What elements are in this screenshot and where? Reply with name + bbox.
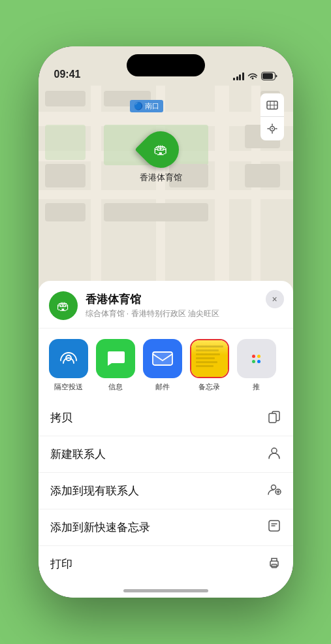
more-circles-icon [237, 339, 276, 378]
stadium-pin-label: 香港体育馆 [140, 172, 182, 184]
svg-rect-9 [269, 413, 276, 423]
map-controls[interactable] [260, 93, 284, 140]
share-item-mail[interactable]: 邮件 [143, 339, 182, 392]
action-add-notes-label: 添加到新快速备忘录 [50, 520, 150, 535]
phone-screen: 09:41 [39, 46, 293, 598]
phone-frame: 09:41 [39, 46, 293, 598]
location-name: 香港体育馆 [86, 292, 283, 307]
location-header: 🏟 香港体育馆 综合体育馆 · 香港特别行政区 油尖旺区 × [39, 281, 293, 329]
mail-svg [151, 349, 174, 368]
more-label: 推 [253, 382, 260, 392]
share-item-more[interactable]: 推 [237, 339, 276, 392]
print-icon [267, 555, 281, 573]
svg-point-11 [271, 485, 276, 490]
action-copy[interactable]: 拷贝 [39, 400, 293, 436]
pin-icon-shape: 🏟 [134, 123, 186, 175]
message-label: 信息 [108, 382, 123, 392]
location-center-icon [266, 123, 278, 135]
action-print-label: 打印 [50, 556, 72, 572]
mail-label: 邮件 [155, 382, 170, 392]
location-venue-icon: 🏟 [49, 291, 78, 320]
notes-icon [190, 339, 229, 378]
stadium-icon: 🏟 [153, 141, 168, 158]
action-new-contact[interactable]: 新建联系人 [39, 436, 293, 473]
action-list: 拷贝 新建联系人 [39, 400, 293, 582]
dot-green [252, 360, 255, 363]
signal-icon [233, 72, 244, 80]
share-item-message[interactable]: 信息 [96, 339, 135, 392]
svg-point-4 [272, 128, 273, 129]
copy-icon [267, 409, 281, 427]
status-icons [233, 72, 277, 80]
add-notes-icon [267, 519, 281, 536]
map-type-button[interactable] [260, 93, 284, 117]
airdrop-icon [49, 339, 88, 378]
location-center-button[interactable] [260, 117, 284, 140]
add-contact-icon [267, 482, 281, 500]
dot-yellow [257, 355, 260, 358]
battery-icon [261, 72, 277, 80]
map-label-text: 🔵 南口 [134, 102, 159, 110]
svg-rect-1 [262, 73, 273, 79]
share-row: 隔空投送 信息 [39, 329, 293, 397]
wifi-icon [247, 72, 258, 80]
location-info: 香港体育馆 综合体育馆 · 香港特别行政区 油尖旺区 [86, 292, 283, 319]
home-indicator [123, 589, 208, 592]
svg-rect-6 [153, 352, 172, 365]
action-add-notes[interactable]: 添加到新快速备忘录 [39, 509, 293, 546]
airdrop-label: 隔空投送 [54, 382, 83, 392]
action-add-contact-label: 添加到现有联系人 [50, 483, 139, 498]
action-copy-label: 拷贝 [50, 410, 72, 425]
map-label-south: 🔵 南口 [130, 100, 163, 112]
close-button[interactable]: × [266, 290, 284, 308]
notes-label: 备忘录 [198, 382, 220, 392]
bottom-sheet: 🏟 香港体育馆 综合体育馆 · 香港特别行政区 油尖旺区 × [39, 281, 293, 598]
action-add-contact[interactable]: 添加到现有联系人 [39, 473, 293, 509]
share-item-notes[interactable]: 备忘录 [190, 339, 229, 392]
airdrop-svg [59, 349, 78, 368]
action-print[interactable]: 打印 [39, 546, 293, 582]
status-time: 09:41 [54, 69, 81, 80]
dynamic-island [127, 54, 205, 76]
action-new-contact-label: 新建联系人 [50, 447, 106, 462]
stadium-pin[interactable]: 🏟 香港体育馆 [140, 131, 182, 184]
message-icon [96, 339, 135, 378]
share-item-airdrop[interactable]: 隔空投送 [49, 339, 88, 392]
close-icon: × [272, 294, 277, 304]
svg-point-10 [272, 448, 277, 453]
dot-red [252, 355, 255, 358]
message-svg [105, 349, 126, 368]
map-type-icon [266, 99, 279, 112]
new-contact-icon [267, 445, 281, 463]
location-subtitle: 综合体育馆 · 香港特别行政区 油尖旺区 [86, 308, 283, 319]
dot-blue [257, 360, 260, 363]
mail-icon [143, 339, 182, 378]
